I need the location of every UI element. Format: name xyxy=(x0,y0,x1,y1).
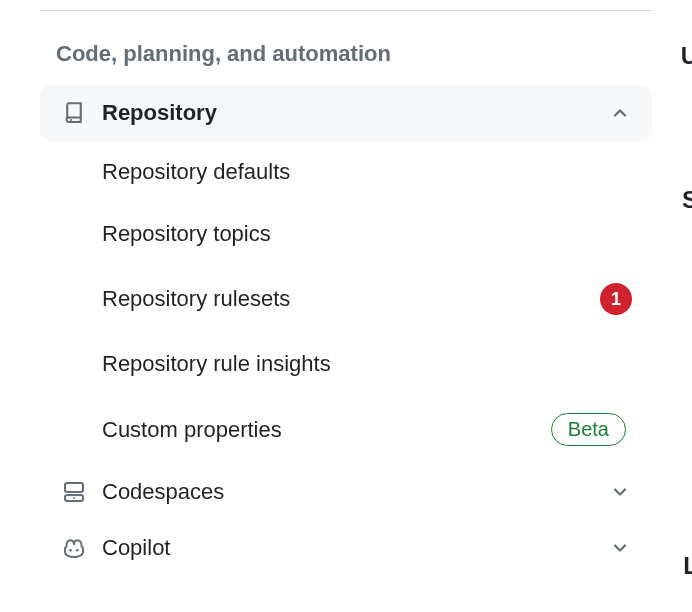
sub-item-label: Custom properties xyxy=(102,417,551,443)
chevron-down-icon xyxy=(608,480,632,504)
nav-item-label: Repository xyxy=(102,100,608,126)
svg-point-4 xyxy=(76,549,79,552)
nav-item-copilot[interactable]: Copilot xyxy=(40,520,652,576)
section-title: Code, planning, and automation xyxy=(40,41,652,67)
repo-icon xyxy=(60,99,88,127)
badge-count: 1 xyxy=(600,283,632,315)
sub-item-repository-defaults[interactable]: Repository defaults xyxy=(102,141,652,203)
svg-point-2 xyxy=(73,497,75,499)
svg-point-3 xyxy=(69,549,72,552)
nav-item-codespaces[interactable]: Codespaces xyxy=(40,464,652,520)
repository-subitems: Repository defaults Repository topics Re… xyxy=(40,141,652,464)
sub-item-label: Repository rule insights xyxy=(102,351,632,377)
sub-item-label: Repository defaults xyxy=(102,159,632,185)
chevron-up-icon xyxy=(608,101,632,125)
nav-item-label: Codespaces xyxy=(102,479,608,505)
copilot-icon xyxy=(60,534,88,562)
svg-rect-0 xyxy=(65,483,83,492)
sub-item-repository-topics[interactable]: Repository topics xyxy=(102,203,652,265)
badge-beta: Beta xyxy=(551,413,626,446)
sub-item-custom-properties[interactable]: Custom properties Beta xyxy=(102,395,652,464)
codespaces-icon xyxy=(60,478,88,506)
sub-item-label: Repository topics xyxy=(102,221,632,247)
sub-item-repository-rulesets[interactable]: Repository rulesets 1 xyxy=(102,265,652,333)
chevron-down-icon xyxy=(608,536,632,560)
nav-item-label: Copilot xyxy=(102,535,608,561)
sub-item-repository-rule-insights[interactable]: Repository rule insights xyxy=(102,333,652,395)
sub-item-label: Repository rulesets xyxy=(102,286,586,312)
nav-item-repository[interactable]: Repository xyxy=(40,85,652,141)
settings-sidebar: Code, planning, and automation Repositor… xyxy=(0,11,692,576)
